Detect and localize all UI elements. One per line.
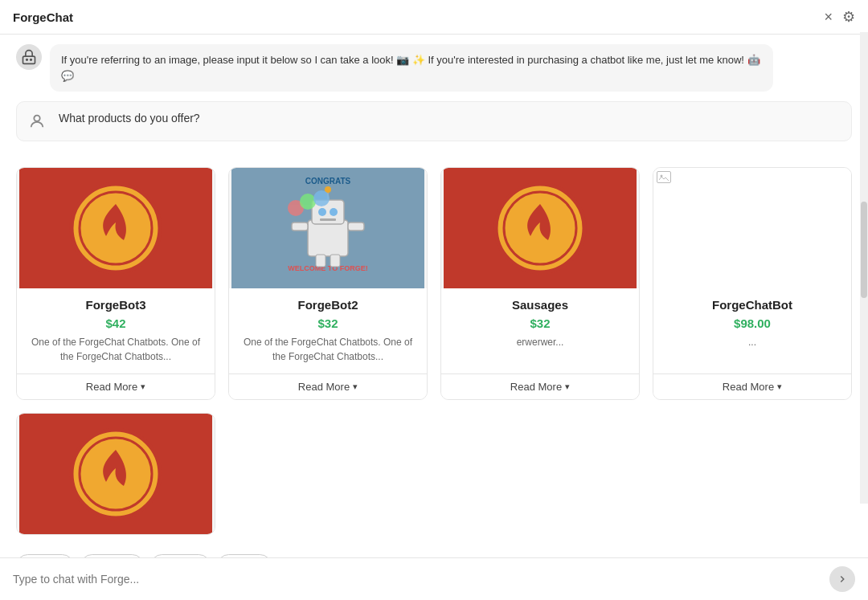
scrollbar-track[interactable] <box>860 32 868 504</box>
svg-point-1 <box>27 59 28 61</box>
app-title: ForgeChat <box>13 10 73 24</box>
svg-point-10 <box>318 208 326 216</box>
svg-point-2 <box>31 59 32 61</box>
bot-avatar <box>16 44 42 70</box>
product-card-5 <box>16 413 215 535</box>
read-more-sausages[interactable]: Read More ▾ <box>441 373 639 399</box>
product-price-sausages: $32 <box>451 316 629 330</box>
product-desc-forgechatbot: ... <box>663 335 841 349</box>
product-info-sausages: Sausages $32 erwerwer... <box>441 288 639 373</box>
chat-input-bar <box>0 557 868 600</box>
svg-point-3 <box>34 116 39 121</box>
read-more-forgebot2[interactable]: Read More ▾ <box>229 373 427 399</box>
product-desc-sausages: erwerwer... <box>451 335 629 349</box>
product-name-sausages: Sausages <box>451 298 629 312</box>
svg-rect-22 <box>316 255 326 267</box>
svg-text:WELCOME TO FORGE!: WELCOME TO FORGE! <box>288 264 367 272</box>
user-avatar <box>28 110 51 133</box>
chat-area: If you're referring to an image, please … <box>0 35 868 161</box>
svg-text:CONGRATS: CONGRATS <box>305 177 351 186</box>
svg-point-27 <box>661 174 663 177</box>
product-name-forgebot3: ForgeBot3 <box>27 298 205 312</box>
product-card-forgechatbot: ForgeChatBot $98.00 ... Read More ▾ <box>653 167 852 400</box>
product-price-forgebot2: $32 <box>239 316 417 330</box>
product-card-forgebot3: ForgeBot3 $42 One of the ForgeChat Chatb… <box>16 167 215 400</box>
close-icon[interactable]: × <box>824 9 833 26</box>
product-card-forgebot2: CONGRATS WELCOME TO FORGE! ForgeBot2 $32… <box>228 167 428 400</box>
title-bar: ForgeChat × ⚙ <box>0 0 868 35</box>
svg-rect-8 <box>308 220 348 256</box>
product-name-forgebot2: ForgeBot2 <box>239 298 417 312</box>
send-button[interactable] <box>829 566 855 592</box>
user-text-content: What products do you offer? <box>59 110 200 127</box>
chat-input[interactable] <box>13 573 821 586</box>
chevron-down-icon: ▾ <box>777 382 782 392</box>
chevron-down-icon: ▾ <box>565 382 570 392</box>
product-image-forgechatbot <box>653 168 851 288</box>
read-more-forgechatbot[interactable]: Read More ▾ <box>653 373 851 399</box>
product-image-forgebot3 <box>17 168 215 288</box>
product-card-sausages: Sausages $32 erwerwer... Read More ▾ <box>440 167 640 400</box>
read-more-forgebot3[interactable]: Read More ▾ <box>17 373 215 399</box>
svg-rect-12 <box>320 218 336 221</box>
product-info-forgebot3: ForgeBot3 $42 One of the ForgeChat Chatb… <box>17 288 215 373</box>
chevron-down-icon: ▾ <box>353 382 358 392</box>
title-bar-actions: × ⚙ <box>824 8 855 26</box>
product-image-5 <box>17 414 215 534</box>
bot-bubble: If you're referring to an image, please … <box>50 44 773 92</box>
product-info-forgebot2: ForgeBot2 $32 One of the ForgeChat Chatb… <box>229 288 427 373</box>
svg-point-18 <box>300 194 316 210</box>
bot-message: If you're referring to an image, please … <box>16 44 852 92</box>
products-grid: ForgeBot3 $42 One of the ForgeChat Chatb… <box>0 161 868 413</box>
products-row2 <box>0 413 868 548</box>
scrollbar-thumb[interactable] <box>861 202 867 298</box>
title-bar-left: ForgeChat <box>13 10 73 24</box>
svg-rect-16 <box>348 222 364 231</box>
user-message: What products do you offer? <box>16 101 852 141</box>
settings-icon[interactable]: ⚙ <box>842 8 855 26</box>
product-name-forgechatbot: ForgeChatBot <box>663 298 841 312</box>
broken-image-indicator <box>657 171 671 183</box>
product-image-sausages <box>441 168 639 288</box>
product-price-forgechatbot: $98.00 <box>663 316 841 330</box>
chevron-down-icon: ▾ <box>141 382 145 392</box>
svg-rect-23 <box>330 255 340 267</box>
svg-rect-15 <box>292 222 308 231</box>
product-image-forgebot2: CONGRATS WELCOME TO FORGE! <box>229 168 427 288</box>
svg-rect-0 <box>23 56 35 63</box>
product-price-forgebot3: $42 <box>27 316 205 330</box>
svg-point-19 <box>313 190 330 206</box>
product-desc-forgebot3: One of the ForgeChat Chatbots. One of th… <box>27 335 205 364</box>
product-desc-forgebot2: One of the ForgeChat Chatbots. One of th… <box>239 335 417 364</box>
product-info-forgechatbot: ForgeChatBot $98.00 ... <box>653 288 851 373</box>
svg-point-11 <box>330 208 338 216</box>
